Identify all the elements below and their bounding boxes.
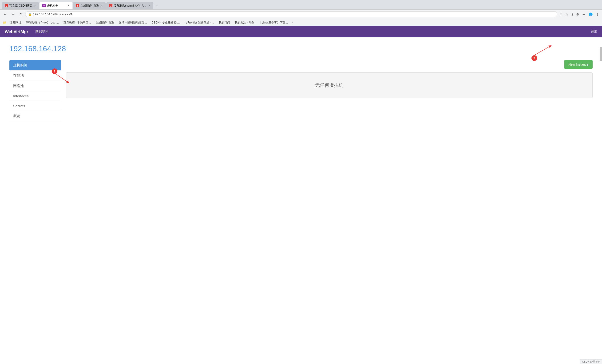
address-text: 192.168.164.128/instances/1/ bbox=[33, 12, 554, 16]
tab-youdao[interactable]: Y 在线翻译_有道 ✕ bbox=[73, 2, 106, 10]
more-icon[interactable]: ⋮ bbox=[595, 11, 600, 17]
sidebar-item-network[interactable]: 网络池 bbox=[9, 81, 61, 91]
tab-title-3: 在线翻译_有道 bbox=[80, 4, 99, 8]
tab-virt[interactable]: ⚙ 虚机实例 ✕ bbox=[40, 2, 72, 10]
info-icon[interactable]: ℹ bbox=[571, 11, 574, 17]
empty-vm-box: 无任何虚拟机 bbox=[66, 72, 593, 98]
bookmark-8[interactable]: 我的订阅 bbox=[217, 20, 232, 25]
bookmark-2[interactable]: 哔哩哔哩（ *･ω･）つロ ... bbox=[24, 20, 61, 25]
tab-title-2: 虚机实例 bbox=[47, 4, 66, 8]
security-icon: 🔒 bbox=[28, 13, 32, 16]
browser-chrome: C 写文章-CSDN博客 ✕ ⚙ 虚机实例 ✕ Y 在线翻译_有道 ✕ C (2… bbox=[0, 0, 602, 26]
site-logo: WebVirtMgr bbox=[5, 29, 28, 34]
tab-title-4: (2条消息) kvm虚拟化_A pana... bbox=[114, 4, 147, 8]
sidebar-item-interfaces[interactable]: Interfaces bbox=[9, 91, 61, 101]
bookmarks-folder-icon: 📁 bbox=[2, 20, 7, 25]
bookmark-9[interactable]: 我的关注 - 斗鱼 bbox=[233, 20, 256, 25]
status-text: CSDN @王 \ \// bbox=[582, 360, 600, 362]
sidebar: 虚机实例 存储池 网络池 Interfaces Secrets 概览 bbox=[9, 60, 61, 121]
new-tab-button[interactable]: + bbox=[154, 3, 160, 10]
tab-bar: C 写文章-CSDN博客 ✕ ⚙ 虚机实例 ✕ Y 在线翻译_有道 ✕ C (2… bbox=[0, 0, 602, 10]
sidebar-label-interfaces: Interfaces bbox=[13, 94, 29, 98]
refresh-button[interactable]: ↻ bbox=[18, 11, 24, 17]
tab-favicon-1: C bbox=[5, 4, 8, 7]
tab-close-4[interactable]: ✕ bbox=[148, 4, 150, 7]
page-content: WebVirtMgr 基础架构 退出 192.168.164.128 虚机实例 … bbox=[0, 26, 602, 362]
address-bar[interactable]: 🔒 192.168.164.128/instances/1/ bbox=[25, 11, 557, 17]
bookmark-5[interactable]: 微博 – 随时随地发现... bbox=[117, 20, 149, 25]
site-nav: WebVirtMgr 基础架构 退出 bbox=[0, 26, 602, 37]
sidebar-item-storage[interactable]: 存储池 bbox=[9, 71, 61, 81]
sidebar-label-overview: 概览 bbox=[13, 114, 20, 118]
bookmark-6[interactable]: CSDN - 专业开发者社... bbox=[150, 20, 183, 25]
bookmarks-bar: 📁 常用网址 哔哩哔哩（ *･ω･）つロ ... 菜鸟教程 - 学的不仅... … bbox=[0, 19, 602, 26]
back-button[interactable]: ← bbox=[2, 11, 9, 17]
scrollbar[interactable] bbox=[600, 47, 602, 61]
tab-csdn[interactable]: C 写文章-CSDN博客 ✕ bbox=[2, 2, 39, 10]
toolbar-right: ⠿ ☆ ℹ ⚙ ↩ 🌐 ⋮ bbox=[559, 11, 600, 17]
bookmark-3[interactable]: 菜鸟教程 - 学的不仅... bbox=[62, 20, 93, 25]
status-bar: CSDN @王 \ \// bbox=[580, 359, 602, 362]
empty-message: 无任何虚拟机 bbox=[315, 83, 343, 88]
tab-title-1: 写文章-CSDN博客 bbox=[9, 4, 32, 8]
forward-button[interactable]: → bbox=[10, 11, 16, 17]
toolbar: ← → ↻ 🔒 192.168.164.128/instances/1/ ⠿ ☆… bbox=[0, 10, 602, 19]
bookmark-10[interactable]: 【Linux三剑客】下架... bbox=[257, 20, 290, 25]
nav-right: 退出 bbox=[591, 30, 597, 34]
sidebar-item-overview[interactable]: 概览 bbox=[9, 111, 61, 121]
sidebar-label-storage: 存储池 bbox=[13, 73, 24, 77]
bookmarks-more-button[interactable]: » bbox=[292, 21, 293, 24]
content-wrapper: New Instance 无任何虚拟机 bbox=[66, 60, 593, 98]
sidebar-label-network: 网络池 bbox=[13, 84, 24, 88]
sidebar-label-secrets: Secrets bbox=[13, 104, 25, 108]
tab-favicon-4: C bbox=[109, 4, 112, 7]
sidebar-item-instances[interactable]: 虚机实例 bbox=[9, 60, 61, 71]
tab-close-3[interactable]: ✕ bbox=[101, 4, 103, 7]
tab-kvm[interactable]: C (2条消息) kvm虚拟化_A pana... ✕ bbox=[106, 2, 153, 10]
logout-link[interactable]: 退出 bbox=[591, 30, 597, 33]
main-area: 192.168.164.128 虚机实例 存储池 网络池 Interfaces … bbox=[0, 37, 602, 128]
sidebar-item-secrets[interactable]: Secrets bbox=[9, 101, 61, 111]
extensions-icon[interactable]: ⠿ bbox=[559, 11, 563, 17]
translate-icon[interactable]: 🌐 bbox=[588, 11, 593, 17]
content-header: New Instance bbox=[66, 60, 593, 69]
nav-link-infrastructure[interactable]: 基础架构 bbox=[35, 30, 48, 34]
server-title: 192.168.164.128 bbox=[9, 44, 593, 53]
main-content: New Instance 无任何虚拟机 bbox=[66, 60, 593, 98]
back-arrow-icon[interactable]: ↩ bbox=[581, 11, 586, 17]
bookmark-4[interactable]: 在线翻译_有道 bbox=[94, 20, 116, 25]
tab-close-1[interactable]: ✕ bbox=[34, 4, 36, 7]
sidebar-label-instances: 虚机实例 bbox=[13, 63, 27, 67]
bookmark-7[interactable]: zFrontier 装备前线 - ... bbox=[184, 20, 216, 25]
bookmark-1[interactable]: 常用网址 bbox=[8, 20, 23, 25]
content-layout: 虚机实例 存储池 网络池 Interfaces Secrets 概览 bbox=[9, 60, 593, 121]
tab-close-2[interactable]: ✕ bbox=[67, 4, 70, 7]
tab-favicon-2: ⚙ bbox=[42, 4, 46, 7]
settings-icon[interactable]: ⚙ bbox=[575, 11, 580, 17]
new-instance-button[interactable]: New Instance bbox=[564, 60, 593, 69]
tab-favicon-3: Y bbox=[76, 4, 79, 7]
bookmark-icon[interactable]: ☆ bbox=[564, 11, 569, 17]
